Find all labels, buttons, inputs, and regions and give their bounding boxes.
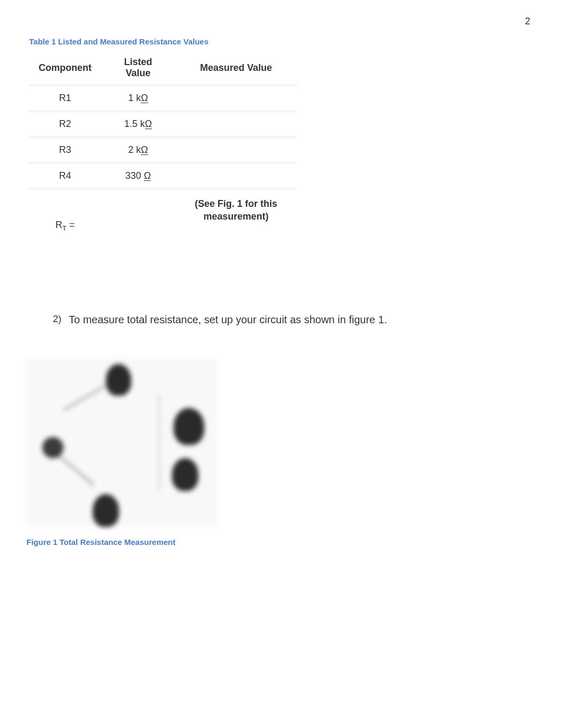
circuit-wire-icon <box>64 386 105 411</box>
circuit-wire-icon <box>59 456 94 485</box>
circuit-component-icon <box>174 408 204 445</box>
listed-prefix: 330 <box>125 170 144 181</box>
cell-component: R3 <box>29 138 101 162</box>
omega-symbol: Ω <box>141 94 148 103</box>
cell-component: R4 <box>29 164 101 188</box>
cell-measured <box>175 86 297 110</box>
circuit-component-icon <box>93 494 119 527</box>
header-listed: Listed Value <box>101 51 175 84</box>
table-row: R4 330 Ω <box>29 164 297 188</box>
circuit-component-icon <box>106 364 131 396</box>
listed-prefix: 1.5 k <box>124 119 145 129</box>
see-fig-note: (See Fig. 1 for this measurement) <box>185 197 287 223</box>
cell-measured <box>175 164 297 188</box>
cell-measured <box>175 112 297 136</box>
omega-symbol: Ω <box>144 171 151 181</box>
cell-measured <box>175 138 297 162</box>
omega-symbol: Ω <box>145 120 152 129</box>
resistance-table: Component Listed Value Measured Value R1… <box>29 51 297 243</box>
omega-symbol: Ω <box>141 145 148 155</box>
figure-1-wrap: Figure 1 Total Resistance Measurement <box>26 358 533 547</box>
table-row: R1 1 kΩ <box>29 86 297 110</box>
cell-total-measured: (See Fig. 1 for this measurement) <box>175 190 297 243</box>
figure-caption: Figure 1 Total Resistance Measurement <box>26 538 533 547</box>
table-row: R2 1.5 kΩ <box>29 112 297 136</box>
cell-total-listed <box>101 190 175 243</box>
table-header-row: Component Listed Value Measured Value <box>29 51 297 84</box>
rt-subscript: T <box>62 224 67 232</box>
figure-1-image <box>26 358 217 527</box>
listed-prefix: 2 k <box>128 144 141 155</box>
rt-prefix: R <box>56 220 62 230</box>
resistance-table-wrap: Component Listed Value Measured Value R1… <box>29 51 297 248</box>
table-row: R3 2 kΩ <box>29 138 297 162</box>
circuit-wire-icon <box>159 395 160 490</box>
circuit-node-icon <box>42 437 64 458</box>
cell-listed: 1.5 kΩ <box>101 112 175 136</box>
rt-suffix: = <box>67 220 75 230</box>
cell-listed: 1 kΩ <box>101 86 175 110</box>
cell-component: R1 <box>29 86 101 110</box>
circuit-component-icon <box>172 458 198 491</box>
cell-listed: 2 kΩ <box>101 138 175 162</box>
header-component: Component <box>29 51 101 84</box>
listed-prefix: 1 k <box>128 93 141 103</box>
cell-component: R2 <box>29 112 101 136</box>
cell-total-label: RT = <box>29 190 101 243</box>
cell-listed: 330 Ω <box>101 164 175 188</box>
header-measured: Measured Value <box>175 51 297 84</box>
step-2: 2) To measure total resistance, set up y… <box>53 314 533 326</box>
step-number: 2) <box>53 314 61 325</box>
step-text: To measure total resistance, set up your… <box>69 314 387 326</box>
table-total-row: RT = (See Fig. 1 for this measurement) <box>29 190 297 243</box>
table-caption: Table 1 Listed and Measured Resistance V… <box>29 37 533 46</box>
page-number: 2 <box>525 16 530 27</box>
